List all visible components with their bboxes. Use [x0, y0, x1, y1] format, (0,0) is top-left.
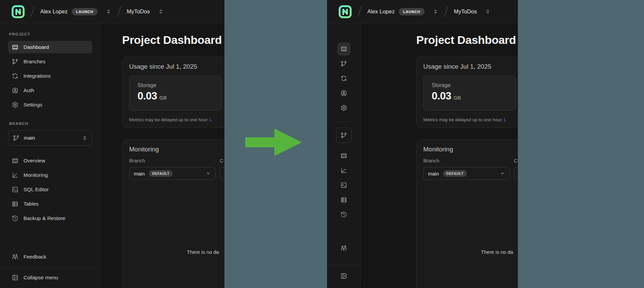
rail-item-sql-editor[interactable]: [337, 178, 351, 192]
feedback-label: Feedback: [23, 254, 46, 260]
sidebar-item-label: Branches: [23, 59, 45, 65]
chevron-updown-icon[interactable]: [106, 9, 111, 14]
feedback-button[interactable]: Feedback: [8, 250, 92, 263]
backup-icon: [12, 215, 18, 222]
sidebar-item-overview[interactable]: Overview: [8, 154, 92, 167]
sidebar-item-label: Tables: [23, 201, 39, 207]
branch-field-label: Branch: [129, 158, 216, 163]
collapse-menu-button[interactable]: Collapse menu: [0, 268, 100, 288]
branch-field-label: Branch: [423, 158, 510, 163]
rail-item-feedback[interactable]: [337, 241, 351, 255]
sidebar-item-label: Auth: [23, 87, 34, 93]
sidebar-item-integrations[interactable]: Integrations: [8, 70, 92, 82]
monitoring-icon: [12, 172, 18, 178]
branch-icon: [13, 135, 19, 141]
footnote-link[interactable]: L: [504, 117, 506, 122]
project-breadcrumb[interactable]: MyToDos: [454, 8, 491, 15]
rail-divider: [337, 122, 351, 122]
page-title: Project Dashboard: [122, 33, 224, 47]
sidebar-item-tables[interactable]: Tables: [8, 198, 92, 210]
account-breadcrumb[interactable]: Alex Lopez LAUNCH: [40, 8, 111, 15]
sql-editor-icon: [12, 186, 18, 193]
storage-metric-value-row: 0.03 GB: [138, 90, 213, 102]
rail-item-overview[interactable]: [337, 149, 351, 162]
branch-icon: [340, 132, 347, 139]
app-body: PROJECT DashboardBranchesIntegrationsAut…: [0, 23, 224, 288]
storage-metric-value: 0.03: [432, 90, 451, 102]
rail-item-monitoring[interactable]: [337, 164, 351, 177]
monitoring-compute-select[interactable]: [220, 167, 224, 180]
sidebar-item-label: Settings: [23, 102, 42, 108]
page-title: Project Dashboard: [416, 33, 518, 47]
account-breadcrumb[interactable]: Alex Lopez LAUNCH: [367, 8, 438, 15]
app-header: Alex Lopez LAUNCH MyToDos: [327, 0, 518, 23]
rail-item-backup-restore[interactable]: [337, 208, 351, 221]
expand-menu-row: [327, 264, 360, 288]
storage-metric-unit: GB: [453, 95, 461, 100]
footnote-link[interactable]: L: [210, 117, 212, 122]
dashboard-icon: [12, 44, 18, 51]
rail-item-branches[interactable]: [337, 57, 351, 70]
monitoring-filters-row: Branch main DEFAULT C: [129, 158, 224, 180]
auth-icon: [12, 87, 18, 94]
settings-icon: [12, 101, 18, 108]
branch-field: Branch main DEFAULT: [423, 158, 510, 180]
chevron-updown-icon: [82, 135, 88, 141]
project-nav: DashboardBranchesIntegrationsAuthSetting…: [8, 41, 92, 113]
metrics-footnote: Metrics may be delayed up to one hour. L: [129, 117, 224, 122]
rail-item-dashboard[interactable]: [337, 42, 351, 56]
sidebar-item-auth[interactable]: Auth: [8, 84, 92, 96]
sidebar-item-backup-restore[interactable]: Backup & Restore: [8, 212, 92, 224]
sidebar-item-branches[interactable]: Branches: [8, 55, 92, 68]
rail-item-auth[interactable]: [337, 86, 351, 100]
app-window-collapsed: Alex Lopez LAUNCH MyToDos: [327, 0, 518, 288]
project-name: MyToDos: [127, 8, 150, 15]
dashboard-icon: [340, 46, 347, 52]
expand-menu-button[interactable]: [337, 269, 351, 283]
monitoring-branch-value: main: [428, 171, 439, 176]
monitoring-branch-select[interactable]: main DEFAULT: [129, 167, 216, 180]
project-breadcrumb[interactable]: MyToDos: [127, 8, 164, 15]
sidebar-item-dashboard[interactable]: Dashboard: [8, 41, 92, 53]
compute-field-label: C: [220, 158, 224, 163]
rail-item-tables[interactable]: [337, 193, 351, 207]
usage-card-title: Usage since Jul 1, 2025: [129, 63, 224, 70]
app-window-expanded: Alex Lopez LAUNCH MyToDos PROJECT Dashbo…: [0, 0, 224, 288]
empty-state-text: There is no da: [187, 249, 219, 255]
rail-item-settings[interactable]: [337, 101, 351, 115]
branch-selector[interactable]: main: [8, 130, 92, 146]
sidebar-item-label: Backup & Restore: [23, 215, 65, 221]
overview-icon: [12, 157, 18, 164]
storage-metric-card: Storage 0.03 GB: [129, 76, 222, 111]
chevron-updown-icon[interactable]: [485, 9, 491, 14]
storage-metric-unit: GB: [159, 95, 167, 100]
project-rail-nav: [337, 42, 351, 116]
collapse-menu-label: Collapse menu: [23, 275, 58, 281]
monitoring-branch-select[interactable]: main DEFAULT: [423, 167, 510, 180]
sidebar-expanded: PROJECT DashboardBranchesIntegrationsAut…: [0, 23, 101, 288]
neon-logo-icon[interactable]: [338, 5, 352, 18]
chevron-updown-icon[interactable]: [433, 9, 438, 14]
neon-logo-icon[interactable]: [11, 5, 25, 18]
sidebar-item-monitoring[interactable]: Monitoring: [8, 169, 92, 181]
branch-selector-collapsed[interactable]: [336, 128, 352, 143]
chevron-down-icon: [206, 171, 211, 176]
integrations-icon: [340, 75, 347, 82]
storage-metric-card: Storage 0.03 GB: [423, 76, 516, 111]
chevron-updown-icon[interactable]: [158, 9, 164, 14]
monitoring-compute-select[interactable]: [514, 167, 518, 180]
footnote-text: Metrics may be delayed up to one hour.: [423, 117, 502, 122]
breadcrumb-separator: [358, 6, 362, 17]
rail-item-integrations[interactable]: [337, 72, 351, 85]
branch-field: Branch main DEFAULT: [129, 158, 216, 180]
transition-arrow-icon: [245, 128, 302, 156]
monitoring-filters-row: Branch main DEFAULT C: [423, 158, 518, 180]
breadcrumb-separator: [31, 6, 35, 17]
default-badge: DEFAULT: [149, 170, 173, 177]
metrics-footnote: Metrics may be delayed up to one hour. L: [423, 117, 518, 122]
main-content: Project Dashboard Usage since Jul 1, 202…: [361, 23, 518, 288]
sidebar-item-settings[interactable]: Settings: [8, 98, 92, 111]
sidebar-item-sql-editor[interactable]: SQL Editor: [8, 183, 92, 196]
branch-nav: OverviewMonitoringSQL EditorTablesBackup…: [8, 154, 92, 226]
collapse-menu-icon: [12, 274, 18, 281]
